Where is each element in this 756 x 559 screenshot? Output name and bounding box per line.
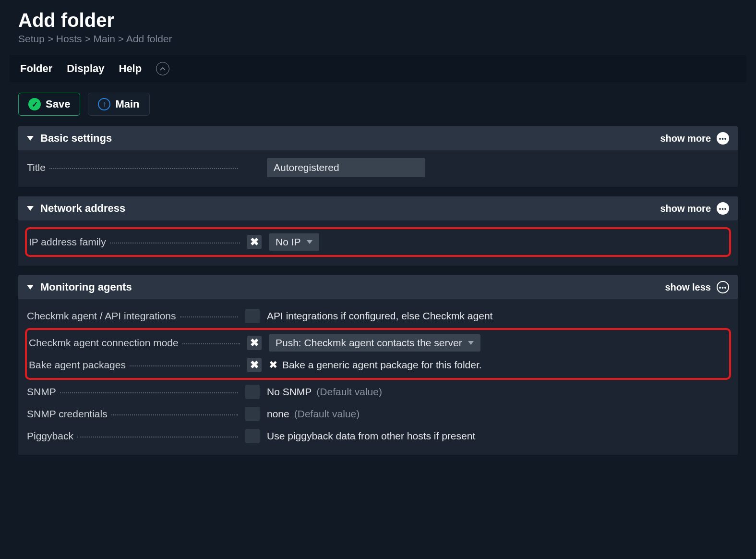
- chevron-down-icon: [468, 341, 474, 345]
- chevron-down-icon: [27, 206, 34, 211]
- breadcrumb-item[interactable]: Main: [93, 33, 115, 44]
- breadcrumb-item[interactable]: Setup: [18, 33, 45, 44]
- attribute-toggle-checked[interactable]: ✖: [247, 358, 262, 372]
- menubar: Folder Display Help: [10, 55, 746, 82]
- breadcrumb-item: Add folder: [126, 33, 172, 44]
- show-less-toggle[interactable]: show less: [665, 282, 711, 293]
- ellipsis-icon[interactable]: •••: [717, 132, 729, 145]
- field-value-api: API integrations if configured, else Che…: [267, 310, 492, 322]
- close-icon: ✖: [250, 359, 259, 371]
- field-label-snmp: SNMP: [27, 386, 56, 398]
- close-icon: ✖: [250, 236, 259, 248]
- title-input[interactable]: [267, 158, 425, 177]
- chevron-down-icon: [307, 240, 312, 244]
- field-value-snmp-credentials: none: [267, 408, 289, 420]
- breadcrumb-item[interactable]: Hosts: [56, 33, 82, 44]
- attribute-toggle-unchecked[interactable]: [245, 429, 260, 443]
- attribute-toggle-unchecked[interactable]: [245, 385, 260, 399]
- main-button[interactable]: ↑ Main: [88, 93, 149, 116]
- field-label-snmp-credentials: SNMP credentials: [27, 408, 108, 420]
- field-label-ip-family: IP address family: [29, 236, 106, 248]
- ellipsis-icon[interactable]: •••: [717, 281, 729, 293]
- default-indicator: (Default value): [294, 408, 360, 420]
- highlight-box: Checkmk agent connection mode ✖ Push: Ch…: [25, 328, 731, 380]
- field-label-title: Title: [27, 162, 46, 173]
- attribute-toggle-unchecked[interactable]: [245, 309, 260, 323]
- field-label-api: Checkmk agent / API integrations: [27, 310, 176, 322]
- menu-display[interactable]: Display: [67, 62, 104, 75]
- field-label-piggyback: Piggyback: [27, 430, 73, 442]
- section-monitoring-agents: Monitoring agents show less ••• Checkmk …: [18, 275, 738, 455]
- field-value-snmp: No SNMP: [267, 386, 312, 398]
- field-label-bake: Bake agent packages: [29, 359, 126, 371]
- field-label-connection-mode: Checkmk agent connection mode: [29, 337, 179, 349]
- save-button[interactable]: ✓ Save: [18, 93, 80, 116]
- field-value-piggyback: Use piggyback data from other hosts if p…: [267, 430, 475, 442]
- page-title: Add folder: [18, 10, 738, 31]
- section-network-address: Network address show more ••• IP address…: [18, 196, 738, 266]
- section-header[interactable]: Monitoring agents show less •••: [18, 275, 738, 299]
- show-more-toggle[interactable]: show more: [660, 203, 711, 214]
- attribute-toggle-checked[interactable]: ✖: [247, 336, 262, 350]
- close-icon: ✖: [250, 337, 259, 349]
- ellipsis-icon[interactable]: •••: [717, 202, 729, 215]
- attribute-toggle-unchecked[interactable]: [245, 407, 260, 421]
- breadcrumb: Setup > Hosts > Main > Add folder: [18, 33, 738, 45]
- chevron-down-icon: [27, 285, 34, 290]
- chevron-down-icon: [27, 136, 34, 141]
- default-indicator: (Default value): [316, 386, 382, 398]
- menu-folder[interactable]: Folder: [20, 62, 52, 75]
- up-arrow-icon: ↑: [98, 98, 110, 110]
- connection-mode-select[interactable]: Push: Checkmk agent contacts the server: [269, 334, 480, 352]
- close-icon[interactable]: ✖: [269, 359, 277, 371]
- show-more-toggle[interactable]: show more: [660, 133, 711, 144]
- section-header[interactable]: Network address show more •••: [18, 196, 738, 220]
- check-icon: ✓: [28, 98, 41, 110]
- highlight-box: IP address family ✖ No IP: [25, 227, 731, 257]
- attribute-toggle-checked[interactable]: ✖: [247, 235, 262, 249]
- ip-family-select[interactable]: No IP: [269, 233, 319, 251]
- section-basic-settings: Basic settings show more ••• Title: [18, 126, 738, 187]
- section-header[interactable]: Basic settings show more •••: [18, 126, 738, 150]
- menu-help[interactable]: Help: [119, 62, 142, 75]
- chevron-up-icon[interactable]: [156, 62, 169, 75]
- field-value-bake: Bake a generic agent package for this fo…: [282, 359, 482, 371]
